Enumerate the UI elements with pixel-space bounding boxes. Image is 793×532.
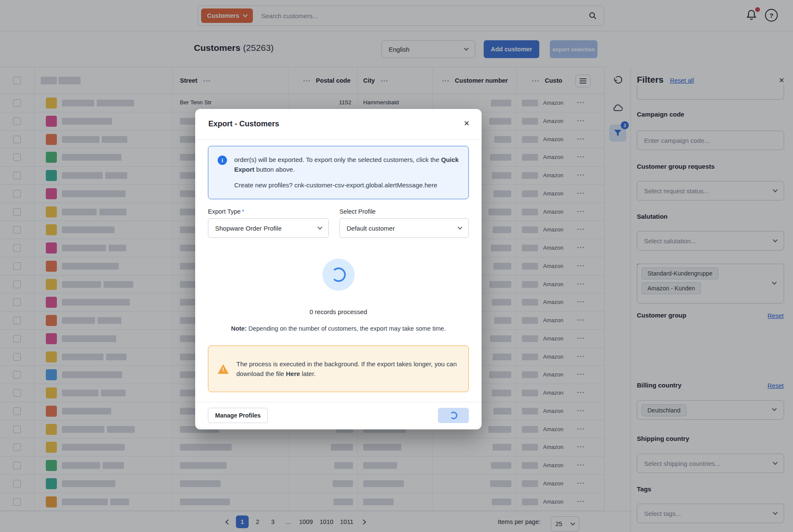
info-icon: i bbox=[218, 156, 227, 165]
info-alert: i order(s) will be exported. To export o… bbox=[208, 146, 469, 199]
warning-icon: ! bbox=[218, 364, 229, 374]
select-profile-select[interactable]: Default customer bbox=[339, 218, 469, 238]
records-processed: 0 records processed bbox=[195, 308, 482, 315]
manage-profiles-button[interactable]: Manage Profiles bbox=[208, 408, 268, 423]
modal-header: Export - Customers ✕ bbox=[195, 109, 482, 140]
info-alert-line1: order(s) will be exported. To export onl… bbox=[234, 155, 459, 175]
app-screen: Customers Search customers... ? Customer… bbox=[0, 0, 793, 532]
note-text: Note: Depending on the number of custome… bbox=[195, 325, 482, 332]
export-type-select[interactable]: Shopware Order Profile bbox=[208, 218, 329, 238]
warning-alert: ! The process is executed in the backgro… bbox=[208, 345, 469, 392]
export-type-label: Export Type* bbox=[208, 208, 244, 215]
spinner-icon bbox=[450, 412, 457, 419]
modal-footer: Manage Profiles bbox=[195, 402, 482, 429]
required-mark: * bbox=[242, 208, 244, 215]
close-icon[interactable]: ✕ bbox=[464, 119, 470, 128]
chevron-down-icon bbox=[457, 225, 462, 229]
info-alert-line2: Create new profiles? cnk-customer-csv-ex… bbox=[234, 180, 459, 190]
export-type-value: Shopware Order Profile bbox=[215, 225, 282, 232]
select-profile-label: Select Profile bbox=[339, 208, 375, 215]
export-spinner bbox=[322, 259, 355, 291]
export-loading-button[interactable] bbox=[438, 408, 469, 423]
chevron-down-icon bbox=[317, 225, 322, 229]
select-profile-value: Default customer bbox=[347, 225, 395, 232]
modal-title: Export - Customers bbox=[208, 120, 279, 128]
export-modal: Export - Customers ✕ i order(s) will be … bbox=[195, 109, 482, 429]
spinner-icon bbox=[331, 267, 346, 282]
warning-alert-text: The process is executed in the backgroun… bbox=[236, 359, 459, 379]
